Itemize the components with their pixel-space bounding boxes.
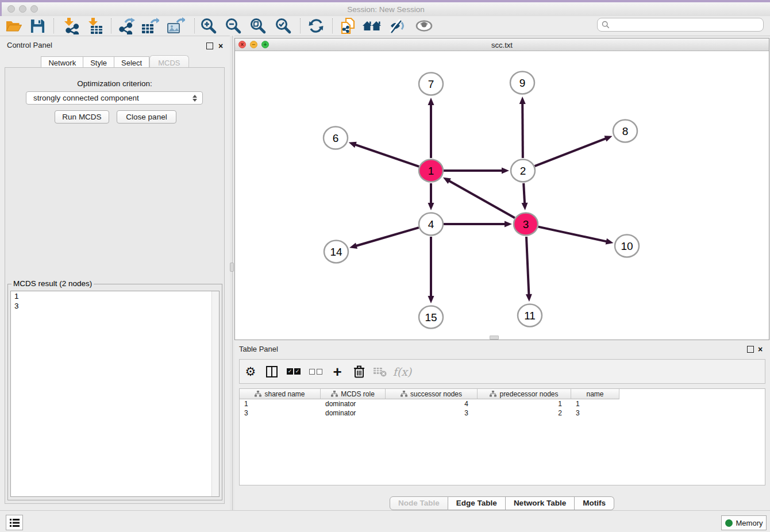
graph-edge-3-11[interactable] <box>526 237 529 295</box>
memory-button[interactable]: Memory <box>721 515 767 530</box>
graph-edge-3-10[interactable] <box>538 227 607 242</box>
export-table-icon[interactable] <box>140 17 160 35</box>
delete-column-icon[interactable] <box>349 360 369 383</box>
column-header-MCDS-role[interactable]: MCDS role <box>321 389 386 399</box>
scrollbar[interactable] <box>211 291 219 496</box>
table-row[interactable]: 3dominator323 <box>240 408 765 418</box>
cell[interactable]: 4 <box>386 399 478 408</box>
clone-network-icon[interactable] <box>337 17 358 35</box>
graph-edge-arrow[interactable] <box>605 136 613 141</box>
result-line: 3 <box>11 301 219 311</box>
tab-motifs[interactable]: Motifs <box>575 496 614 510</box>
tab-node-table[interactable]: Node Table <box>390 496 448 510</box>
run-mcds-button[interactable]: Run MCDS <box>55 110 109 124</box>
delete-table-icon <box>371 360 390 383</box>
graph-edge-arrow[interactable] <box>428 296 434 303</box>
criterion-value: strongly connected component <box>26 94 191 102</box>
add-column-icon[interactable]: + <box>328 360 347 383</box>
cell[interactable]: dominator <box>321 408 386 418</box>
close-panel-button[interactable]: Close panel <box>117 110 176 124</box>
graph-edge-arrow[interactable] <box>526 294 532 302</box>
task-history-button[interactable] <box>6 515 23 530</box>
criterion-dropdown[interactable]: strongly connected component <box>26 91 203 105</box>
export-image-icon[interactable] <box>165 17 186 35</box>
graph-edge-4-14[interactable] <box>356 228 419 246</box>
graph-edge-2-3[interactable] <box>523 183 525 204</box>
tab-edge-table[interactable]: Edge Table <box>448 496 506 510</box>
float-table-panel-icon[interactable] <box>747 346 754 353</box>
table-row[interactable]: 1dominator411 <box>240 399 765 408</box>
select-all-icon[interactable]: ✓✓ <box>284 360 303 383</box>
sort-icon <box>331 391 338 397</box>
sort-icon <box>490 391 496 397</box>
graph-node-label: 7 <box>428 78 434 90</box>
column-header-shared-name[interactable]: shared name <box>240 389 321 399</box>
divider-grip[interactable] <box>490 336 499 340</box>
cell[interactable]: 3 <box>386 408 478 418</box>
export-network-icon[interactable] <box>116 17 137 35</box>
cell[interactable]: 3 <box>240 408 321 418</box>
table-body: 1dominator4113dominator323 <box>240 399 765 418</box>
column-label: predecessor nodes <box>499 390 558 398</box>
tab-network-table[interactable]: Network Table <box>506 496 575 510</box>
import-network-icon[interactable] <box>60 17 81 35</box>
graph-edge-2-9[interactable] <box>522 103 523 158</box>
graph-edge-2-8[interactable] <box>535 138 607 166</box>
graph-edge-arrow[interactable] <box>606 238 614 245</box>
toolbar-separator <box>53 18 54 33</box>
cell[interactable]: 3 <box>571 408 619 418</box>
search-input[interactable] <box>610 21 763 29</box>
graph-node-label: 15 <box>425 311 437 323</box>
graph-edge-1-6[interactable] <box>355 144 419 166</box>
optimization-criterion-label: Optimization criterion: <box>5 79 224 88</box>
graph-edge-arrow[interactable] <box>428 98 434 105</box>
zoom-out-icon[interactable] <box>223 17 244 35</box>
table-settings-icon[interactable]: ⚙ <box>241 360 260 383</box>
network-window-titlebar[interactable]: × − + scc.txt <box>235 38 769 51</box>
search-field[interactable] <box>597 18 764 32</box>
network-view-window: × − + scc.txt 7968124314101511 <box>234 38 769 340</box>
show-columns-icon[interactable] <box>262 360 282 383</box>
graph-node-label: 9 <box>519 77 526 89</box>
zoom-fit-icon[interactable] <box>248 17 268 35</box>
graph-edge-arrow[interactable] <box>349 142 357 148</box>
header-filler <box>619 389 765 399</box>
cell[interactable]: 1 <box>478 399 571 408</box>
cell[interactable]: dominator <box>321 399 386 408</box>
graph-edge-arrow[interactable] <box>522 203 528 210</box>
graph-edge-arrow[interactable] <box>428 203 434 210</box>
cell[interactable]: 1 <box>240 399 321 408</box>
cell[interactable]: 2 <box>478 408 571 418</box>
column-header-name[interactable]: name <box>571 389 619 399</box>
panel-divider[interactable] <box>230 36 234 510</box>
graph-edge-3-1[interactable] <box>448 180 514 218</box>
show-all-icon[interactable] <box>414 17 434 35</box>
graph-edge-arrow[interactable] <box>519 97 526 104</box>
close-panel-icon[interactable]: × <box>217 43 224 49</box>
open-session-icon[interactable] <box>3 17 24 35</box>
zoom-selected-icon[interactable] <box>273 17 294 35</box>
float-panel-icon[interactable] <box>206 43 213 49</box>
sort-icon <box>255 391 261 397</box>
column-header-successor-nodes[interactable]: successor nodes <box>386 389 478 399</box>
import-table-icon[interactable] <box>84 17 105 35</box>
graph-edge-arrow[interactable] <box>505 221 512 228</box>
graph-node-label: 3 <box>523 218 529 230</box>
graph-edge-arrow[interactable] <box>502 168 509 174</box>
save-session-icon[interactable] <box>27 17 48 35</box>
mcds-result-textarea[interactable]: 13 <box>10 291 220 497</box>
cell[interactable]: 1 <box>571 399 619 408</box>
refresh-icon[interactable] <box>306 17 326 35</box>
hide-selected-icon[interactable] <box>387 17 408 35</box>
network-canvas[interactable]: 7968124314101511 <box>235 51 769 340</box>
divider-grip[interactable] <box>230 263 234 272</box>
close-table-panel-icon[interactable]: × <box>757 346 764 353</box>
toolbar-separator <box>194 18 195 33</box>
list-icon <box>10 519 20 527</box>
first-neighbors-icon[interactable] <box>361 17 382 35</box>
column-header-predecessor-nodes[interactable]: predecessor nodes <box>478 389 571 399</box>
deselect-all-icon[interactable] <box>306 360 325 383</box>
zoom-in-icon[interactable] <box>198 17 219 35</box>
graph-edge-arrow[interactable] <box>349 242 357 249</box>
column-label: shared name <box>264 390 305 398</box>
